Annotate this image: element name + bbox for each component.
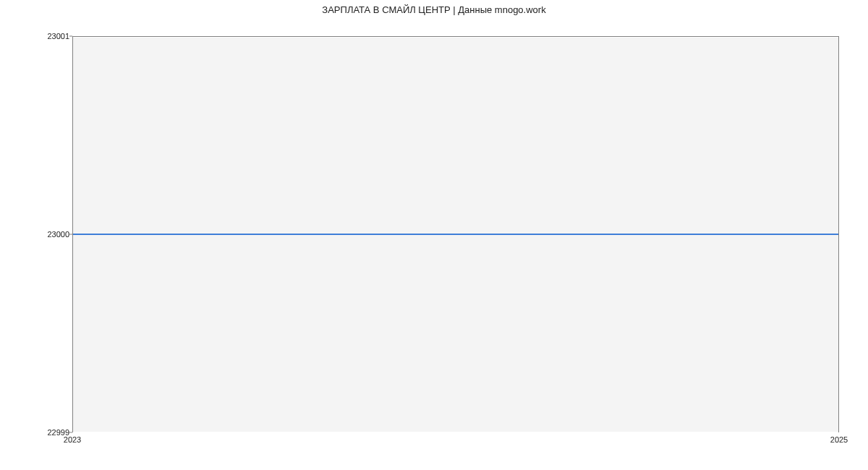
y-tick-label: 23000 — [33, 230, 69, 239]
x-tick-label: 2025 — [830, 435, 848, 444]
line-chart: ЗАРПЛАТА В СМАЙЛ ЦЕНТР | Данные mnogo.wo… — [0, 0, 868, 470]
grid-line — [73, 37, 838, 38]
y-tick-label: 23001 — [33, 32, 69, 40]
data-series-line — [73, 234, 838, 235]
chart-title: ЗАРПЛАТА В СМАЙЛ ЦЕНТР | Данные mnogo.wo… — [0, 4, 868, 15]
plot-area — [72, 36, 839, 432]
grid-line — [73, 432, 838, 432]
x-tick-label: 2023 — [64, 435, 81, 444]
